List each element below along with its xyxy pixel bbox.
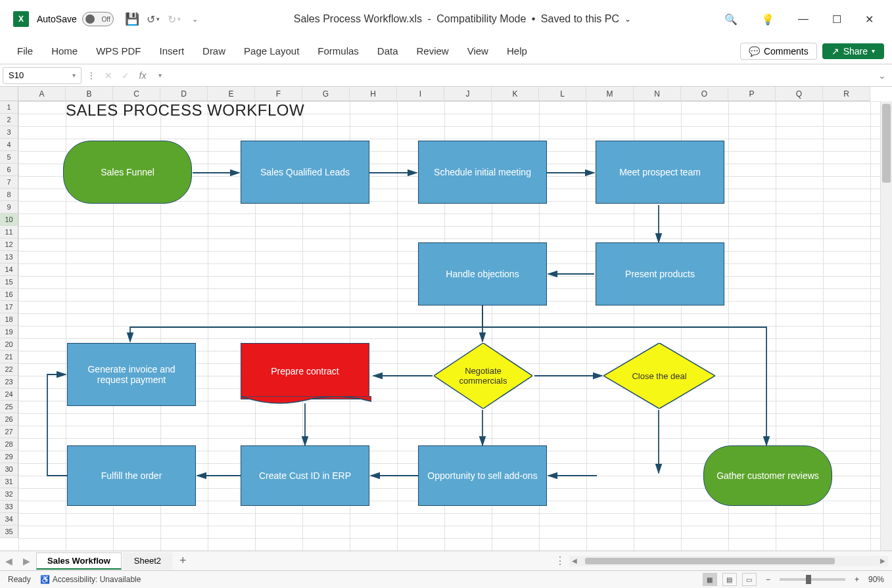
tab-review[interactable]: Review: [408, 40, 458, 62]
shape-schedule-meeting[interactable]: Schedule initial meeting: [418, 141, 547, 204]
maximize-button[interactable]: ☐: [827, 11, 847, 28]
row-header-34[interactable]: 34: [0, 513, 18, 526]
view-page-layout-button[interactable]: ▤: [722, 573, 737, 586]
col-header-H[interactable]: H: [350, 87, 397, 101]
row-header-30[interactable]: 30: [0, 463, 18, 476]
tab-wps-pdf[interactable]: WPS PDF: [87, 40, 150, 62]
col-header-R[interactable]: R: [823, 87, 870, 101]
sheet-tab-sheet2[interactable]: Sheet2: [123, 553, 172, 570]
zoom-knob[interactable]: [806, 575, 811, 584]
zoom-in-button[interactable]: +: [851, 575, 863, 584]
worksheet-grid[interactable]: ABCDEFGHIJKLMNOPQR 123456789101112131415…: [0, 87, 892, 551]
col-header-F[interactable]: F: [255, 87, 302, 101]
row-header-3[interactable]: 3: [0, 126, 18, 139]
shape-sell-addons[interactable]: Opportunity to sell add-ons: [418, 445, 547, 506]
shape-create-cust-id[interactable]: Create Cust ID in ERP: [241, 445, 369, 506]
shape-generate-invoice[interactable]: Generate invoice and request payment: [67, 343, 196, 406]
undo-button[interactable]: ↺▾: [144, 10, 162, 28]
search-icon[interactable]: 🔍: [719, 11, 743, 28]
row-header-29[interactable]: 29: [0, 451, 18, 463]
add-sheet-button[interactable]: +: [173, 551, 193, 570]
row-header-20[interactable]: 20: [0, 338, 18, 351]
row-header-28[interactable]: 28: [0, 438, 18, 451]
col-header-A[interactable]: A: [18, 87, 66, 101]
sheet-nav-next[interactable]: ▶: [18, 556, 35, 566]
tab-page-layout[interactable]: Page Layout: [235, 40, 308, 62]
col-header-I[interactable]: I: [397, 87, 444, 101]
row-header-22[interactable]: 22: [0, 363, 18, 376]
autosave-toggle[interactable]: Off: [82, 12, 114, 26]
tab-formulas[interactable]: Formulas: [308, 40, 368, 62]
shape-sales-qualified-leads[interactable]: Sales Qualified Leads: [241, 141, 369, 204]
row-header-23[interactable]: 23: [0, 376, 18, 388]
col-header-Q[interactable]: Q: [776, 87, 823, 101]
comments-button[interactable]: 💬 Comments: [740, 43, 817, 60]
row-header-35[interactable]: 35: [0, 526, 18, 538]
name-box-split[interactable]: ⋮: [84, 68, 99, 83]
shape-fulfill-order[interactable]: Fulfill the order: [67, 445, 196, 506]
col-header-G[interactable]: G: [302, 87, 350, 101]
row-header-33[interactable]: 33: [0, 501, 18, 513]
chevron-down-icon[interactable]: ⌄: [624, 14, 631, 24]
col-header-J[interactable]: J: [444, 87, 492, 101]
row-header-21[interactable]: 21: [0, 351, 18, 363]
row-header-26[interactable]: 26: [0, 413, 18, 426]
row-header-10[interactable]: 10: [0, 214, 18, 226]
col-header-O[interactable]: O: [681, 87, 728, 101]
shape-present-products[interactable]: Present products: [596, 242, 724, 305]
row-header-12[interactable]: 12: [0, 238, 18, 251]
row-header-27[interactable]: 27: [0, 426, 18, 438]
share-button[interactable]: ↗ Share ▾: [822, 43, 884, 59]
col-header-B[interactable]: B: [66, 87, 113, 101]
close-button[interactable]: ✕: [860, 11, 879, 28]
tab-help[interactable]: Help: [498, 40, 536, 62]
shape-meet-prospect[interactable]: Meet prospect team: [596, 141, 724, 204]
row-header-31[interactable]: 31: [0, 476, 18, 488]
col-header-D[interactable]: D: [160, 87, 208, 101]
shape-gather-reviews[interactable]: Gather customer reviews: [703, 445, 832, 506]
row-header-5[interactable]: 5: [0, 151, 18, 164]
row-header-1[interactable]: 1: [0, 101, 18, 114]
row-header-4[interactable]: 4: [0, 139, 18, 151]
sheet-nav-prev[interactable]: ◀: [0, 556, 18, 566]
vertical-scrollbar[interactable]: [880, 101, 892, 551]
name-box[interactable]: S10 ▾: [3, 67, 82, 84]
col-header-N[interactable]: N: [634, 87, 681, 101]
sheet-tab-sales-workflow[interactable]: Sales Workflow: [36, 553, 122, 570]
shape-handle-objections[interactable]: Handle objections: [418, 242, 547, 305]
row-header-24[interactable]: 24: [0, 388, 18, 401]
row-header-7[interactable]: 7: [0, 176, 18, 189]
cancel-icon[interactable]: ✕: [101, 68, 116, 83]
formula-expand-icon[interactable]: ⌄: [875, 68, 889, 83]
lightbulb-icon[interactable]: 💡: [756, 11, 780, 28]
shape-close-deal[interactable]: Close the deal: [603, 343, 715, 409]
formula-input[interactable]: [170, 67, 872, 84]
zoom-level[interactable]: 90%: [868, 575, 884, 584]
col-header-E[interactable]: E: [208, 87, 255, 101]
enter-icon[interactable]: ✓: [118, 68, 133, 83]
row-header-13[interactable]: 13: [0, 251, 18, 263]
chevron-down-icon[interactable]: ▾: [153, 68, 167, 83]
col-header-C[interactable]: C: [113, 87, 160, 101]
col-header-K[interactable]: K: [492, 87, 539, 101]
cells-canvas[interactable]: SALES PROCESS WORKFLOW: [18, 101, 880, 551]
row-header-16[interactable]: 16: [0, 288, 18, 301]
row-header-17[interactable]: 17: [0, 301, 18, 313]
col-header-M[interactable]: M: [586, 87, 634, 101]
shape-negotiate[interactable]: Negotiate commercials: [434, 343, 532, 409]
view-page-break-button[interactable]: ▭: [742, 573, 757, 586]
fx-icon[interactable]: fx: [135, 68, 150, 83]
minimize-button[interactable]: —: [793, 11, 814, 28]
scroll-thumb[interactable]: [882, 104, 891, 183]
shape-prepare-contract[interactable]: Prepare contract: [241, 343, 369, 399]
col-header-L[interactable]: L: [539, 87, 586, 101]
row-header-19[interactable]: 19: [0, 326, 18, 338]
zoom-slider[interactable]: [780, 578, 845, 581]
row-header-32[interactable]: 32: [0, 488, 18, 501]
row-header-6[interactable]: 6: [0, 164, 18, 176]
row-header-9[interactable]: 9: [0, 201, 18, 214]
save-button[interactable]: 💾: [123, 10, 141, 28]
tab-file[interactable]: File: [8, 40, 42, 62]
tab-view[interactable]: View: [458, 40, 498, 62]
tab-draw[interactable]: Draw: [193, 40, 235, 62]
